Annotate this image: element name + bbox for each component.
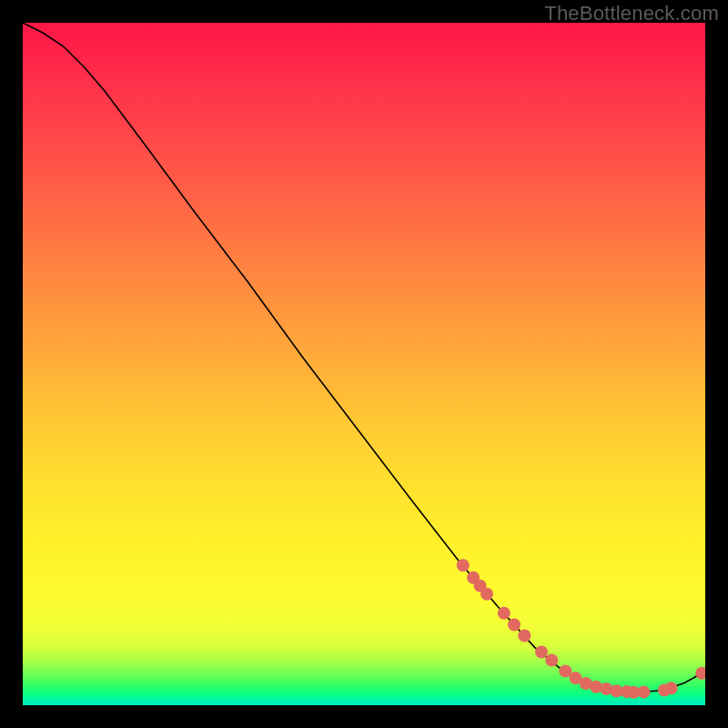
chart-stage: TheBottleneck.com (0, 0, 728, 728)
chart-background (23, 23, 705, 705)
rainbow-gradient (23, 23, 705, 705)
watermark-text: TheBottleneck.com (544, 2, 719, 25)
